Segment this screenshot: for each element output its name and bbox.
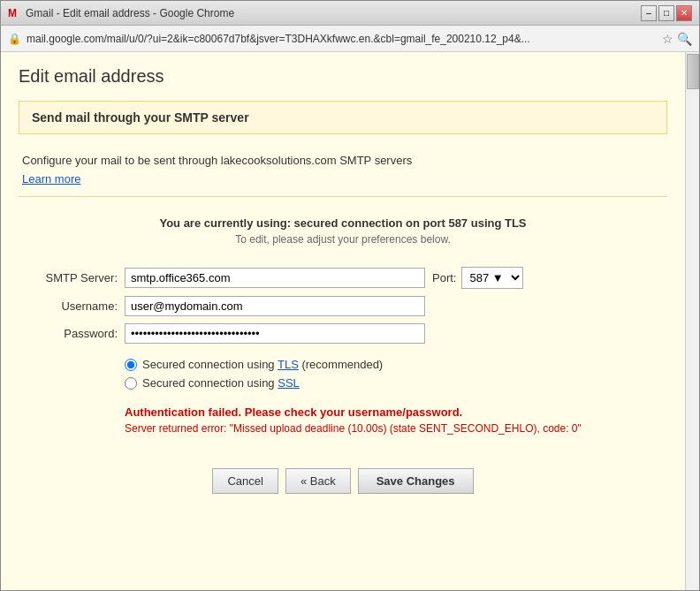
tls-label: Secured connection using TLS (recommende… bbox=[142, 358, 383, 371]
username-row: Username: bbox=[36, 296, 650, 316]
back-button[interactable]: « Back bbox=[285, 468, 351, 494]
error-detail-message: Server returned error: "Missed upload de… bbox=[125, 422, 650, 435]
smtp-server-input[interactable] bbox=[125, 268, 425, 288]
password-row: Password: bbox=[36, 323, 650, 344]
tls-radio-row: Secured connection using TLS (recommende… bbox=[125, 358, 650, 371]
button-row: Cancel « Back Save Changes bbox=[19, 451, 667, 508]
page-title: Edit email address bbox=[19, 66, 667, 87]
title-bar: M Gmail - Edit email address - Google Ch… bbox=[1, 1, 699, 26]
tls-radio[interactable] bbox=[125, 359, 137, 371]
ssl-radio[interactable] bbox=[125, 377, 137, 390]
window-title: Gmail - Edit email address - Google Chro… bbox=[26, 7, 234, 19]
address-bar: 🔒 mail.google.com/mail/u/0/?ui=2&ik=c800… bbox=[1, 26, 699, 52]
cancel-button[interactable]: Cancel bbox=[212, 468, 278, 494]
minimize-button[interactable]: – bbox=[641, 5, 657, 21]
maximize-button[interactable]: □ bbox=[658, 5, 674, 21]
error-main-message: Authentication failed. Please check your… bbox=[125, 405, 650, 419]
port-label: Port: bbox=[432, 271, 456, 284]
learn-more-link[interactable]: Learn more bbox=[22, 172, 80, 186]
username-label: Username: bbox=[36, 299, 125, 313]
url-display: mail.google.com/mail/u/0/?ui=2&ik=c80067… bbox=[27, 33, 657, 45]
current-connection-text: You are currently using: secured connect… bbox=[33, 216, 653, 230]
content-wrapper: Edit email address Send mail through you… bbox=[1, 52, 699, 590]
scrollbar-thumb[interactable] bbox=[687, 54, 699, 89]
port-select[interactable]: 587 ▼ 465 25 bbox=[461, 267, 523, 289]
close-button[interactable]: ✕ bbox=[676, 5, 692, 21]
smtp-label: SMTP Server: bbox=[36, 271, 125, 284]
edit-hint: To edit, please adjust your preferences … bbox=[33, 233, 653, 246]
form-section: SMTP Server: Port: 587 ▼ 465 25 Username… bbox=[19, 267, 667, 344]
ssl-radio-row: Secured connection using SSL bbox=[125, 376, 650, 390]
ssl-prefix: Secured connection using bbox=[142, 376, 278, 390]
info-section: Configure your mail to be sent through l… bbox=[19, 147, 667, 197]
lock-icon: 🔒 bbox=[8, 33, 21, 45]
zoom-icon[interactable]: 🔍 bbox=[677, 32, 692, 46]
main-content: Edit email address Send mail through you… bbox=[1, 52, 685, 590]
smtp-header-title: Send mail through your SMTP server bbox=[32, 110, 654, 125]
password-input[interactable] bbox=[125, 323, 425, 344]
current-connection-box: You are currently using: secured connect… bbox=[19, 209, 667, 256]
address-bar-icons: ☆ 🔍 bbox=[662, 32, 692, 46]
radio-section: Secured connection using TLS (recommende… bbox=[19, 351, 667, 402]
star-icon[interactable]: ☆ bbox=[662, 32, 673, 46]
tls-prefix: Secured connection using bbox=[142, 358, 278, 371]
ssl-link[interactable]: SSL bbox=[278, 376, 300, 390]
error-section: Authentication failed. Please check your… bbox=[19, 402, 667, 442]
chrome-window: M Gmail - Edit email address - Google Ch… bbox=[0, 0, 700, 591]
port-group: Port: 587 ▼ 465 25 bbox=[432, 267, 523, 289]
gmail-icon: M bbox=[8, 7, 17, 19]
window-controls: – □ ✕ bbox=[641, 5, 692, 21]
info-text: Configure your mail to be sent through l… bbox=[22, 154, 664, 167]
tls-link[interactable]: TLS bbox=[278, 358, 299, 371]
smtp-server-row: SMTP Server: Port: 587 ▼ 465 25 bbox=[36, 267, 650, 289]
ssl-label: Secured connection using SSL bbox=[142, 376, 300, 390]
save-changes-button[interactable]: Save Changes bbox=[358, 468, 474, 494]
scrollbar-track[interactable] bbox=[685, 52, 699, 590]
username-input[interactable] bbox=[125, 296, 425, 316]
password-label: Password: bbox=[36, 327, 125, 340]
tls-suffix: (recommended) bbox=[299, 358, 383, 371]
smtp-header-box: Send mail through your SMTP server bbox=[19, 101, 667, 134]
